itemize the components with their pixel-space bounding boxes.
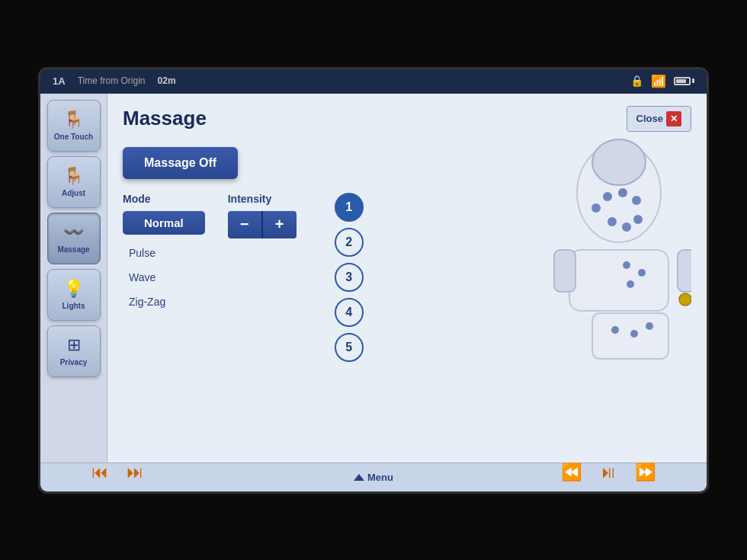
svg-point-19 <box>646 322 653 330</box>
level-5-button[interactable]: 5 <box>335 333 364 362</box>
level-2-button[interactable]: 2 <box>335 228 364 257</box>
intensity-label: Intensity <box>228 193 297 205</box>
fast-forward-button[interactable]: ⏩ <box>635 462 656 482</box>
close-x-icon: ✕ <box>666 111 681 126</box>
mode-label: Mode <box>123 193 205 205</box>
privacy-label: Privacy <box>60 358 88 366</box>
sidebar-item-adjust[interactable]: 🪑 Adjust <box>47 156 101 208</box>
svg-point-1 <box>592 139 646 185</box>
massage-label: Massage <box>57 245 89 254</box>
level-1-button[interactable]: 1 <box>335 193 364 222</box>
main-area: 🪑 One Touch 🪑 Adjust 〰️ Massage 💡 Lights… <box>40 94 707 462</box>
mode-option-wave[interactable]: Wave <box>123 268 205 286</box>
svg-rect-2 <box>569 250 668 311</box>
intensity-controls: − + <box>228 211 297 238</box>
status-bar: 1A Time from Origin 02m 🔒 📶 <box>40 69 707 94</box>
lights-icon: 💡 <box>63 279 84 299</box>
sidebar-item-privacy[interactable]: ⊞ Privacy <box>47 325 101 377</box>
svg-rect-4 <box>678 250 691 292</box>
sidebar-item-massage[interactable]: 〰️ Massage <box>47 213 101 264</box>
time-label: Time from Origin <box>78 75 146 86</box>
levels-column: 1 2 3 4 5 <box>335 193 364 362</box>
intensity-section: Intensity − + <box>228 193 297 238</box>
wifi-icon: 📶 <box>651 74 666 88</box>
battery-icon <box>674 77 694 85</box>
svg-point-13 <box>608 217 617 226</box>
intensity-minus-button[interactable]: − <box>228 211 261 238</box>
svg-point-8 <box>603 192 612 201</box>
transport-right: ⏪ ⏯ ⏩ <box>561 462 656 482</box>
mode-section: Mode Normal Pulse Wave Zig-Zag <box>123 193 205 311</box>
one-touch-icon: 🪑 <box>63 110 84 130</box>
skip-back-button[interactable]: ⏮ <box>91 462 108 482</box>
svg-point-18 <box>630 330 638 338</box>
content-header: Massage Close ✕ <box>123 106 691 132</box>
sidebar-item-one-touch[interactable]: 🪑 One Touch <box>47 100 101 152</box>
svg-point-12 <box>622 222 631 232</box>
content-area: Massage Close ✕ Massage Off Mode Normal … <box>107 94 707 462</box>
play-pause-button[interactable]: ⏯ <box>600 462 617 482</box>
adjust-icon: 🪑 <box>63 166 84 186</box>
svg-rect-5 <box>592 313 668 359</box>
rewind-button[interactable]: ⏪ <box>561 462 582 482</box>
skip-forward-button[interactable]: ⏭ <box>127 462 143 482</box>
mode-selected[interactable]: Normal <box>123 211 205 235</box>
svg-point-16 <box>627 280 634 288</box>
lock-icon: 🔒 <box>630 75 643 87</box>
intensity-plus-button[interactable]: + <box>263 211 297 238</box>
one-touch-label: One Touch <box>54 133 93 141</box>
massage-off-button[interactable]: Massage Off <box>123 147 238 179</box>
level-3-button[interactable]: 3 <box>335 263 364 292</box>
transport-bar: ⏮ ⏭ ⏪ ⏯ ⏩ <box>0 453 747 491</box>
transport-left: ⏮ ⏭ <box>91 462 143 482</box>
status-icons: 🔒 📶 <box>630 74 694 88</box>
privacy-icon: ⊞ <box>67 335 81 355</box>
chair-illustration <box>508 132 691 383</box>
level-4-button[interactable]: 4 <box>335 298 364 327</box>
sidebar: 🪑 One Touch 🪑 Adjust 〰️ Massage 💡 Lights… <box>40 94 107 462</box>
svg-point-14 <box>623 261 630 269</box>
close-button[interactable]: Close ✕ <box>627 106 691 132</box>
svg-point-15 <box>638 269 646 277</box>
svg-point-10 <box>632 196 641 205</box>
seat-number: 1A <box>53 75 66 87</box>
sidebar-item-lights[interactable]: 💡 Lights <box>47 269 101 321</box>
lights-label: Lights <box>63 302 85 310</box>
massage-icon: 〰️ <box>63 222 84 242</box>
svg-point-11 <box>633 215 643 224</box>
svg-point-7 <box>592 203 601 213</box>
mode-option-zigzag[interactable]: Zig-Zag <box>123 293 205 311</box>
svg-point-9 <box>618 188 627 197</box>
adjust-label: Adjust <box>62 189 85 197</box>
svg-rect-3 <box>554 250 575 292</box>
svg-point-17 <box>611 326 619 334</box>
svg-point-6 <box>679 293 691 306</box>
mode-option-pulse[interactable]: Pulse <box>123 244 205 262</box>
time-value: 02m <box>158 75 176 86</box>
page-title: Massage <box>123 107 207 130</box>
close-label: Close <box>636 113 663 124</box>
